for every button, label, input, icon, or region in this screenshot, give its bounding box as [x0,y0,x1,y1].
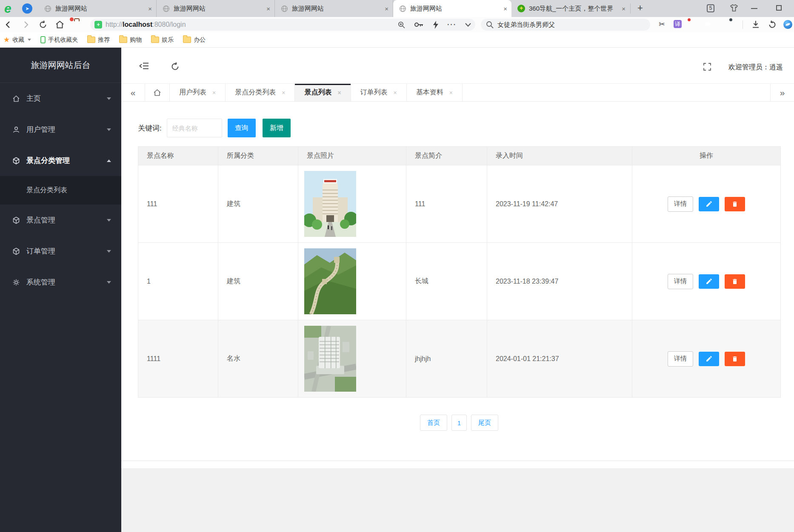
admin-main: 欢迎管理员：逍遥 « 用户列表× 景点分类列表× 景点列表× 订单列表× [121,48,794,532]
pagination: 首页 1 尾页 [138,415,780,431]
tab-separator [630,3,631,14]
browser-account-icon[interactable] [783,20,792,29]
close-tab-icon[interactable]: × [622,5,625,12]
col-created-time: 录入时间 [487,147,632,165]
sidebar-item-scenic-management[interactable]: 景点管理 [0,205,121,236]
refresh-page-icon[interactable] [170,62,180,71]
address-bar[interactable]: + http://localhost:8080/login ··· [90,19,475,31]
close-tab-icon[interactable]: × [503,5,507,12]
pagination-first-button[interactable]: 首页 [420,415,447,431]
browser-tab-title: 360导航_一个主页，整个世界 [529,5,619,13]
sidebar-item-home[interactable]: 主页 [0,83,121,114]
window-minimize-button[interactable] [751,8,757,9]
scroll-tabs-right-button[interactable]: » [770,84,794,101]
sidebar-item-scenic-category-management[interactable]: 景点分类管理 [0,145,121,176]
bookmark-folder-recommend[interactable]: 推荐 [87,36,110,44]
workspace-tab-category-list[interactable]: 景点分类列表× [226,84,295,101]
bookmark-folder-office[interactable]: 办公 [183,36,206,44]
edit-button[interactable] [699,197,719,211]
browser-tab-active[interactable]: 旅游网网站 × [393,0,511,17]
forward-button[interactable] [21,20,31,29]
favorites-star-icon: ★ [3,35,10,44]
password-key-icon[interactable] [414,21,424,28]
delete-button[interactable] [725,352,745,366]
browser-tab[interactable]: 旅游网网站 × [38,0,157,17]
site-safety-icon[interactable]: + [94,21,102,28]
browser-tab-title: 旅游网网站 [55,5,146,13]
theme-skin-icon[interactable] [729,4,739,12]
navigator-icon[interactable]: ➤ [22,3,32,14]
folder-icon [119,37,127,43]
scroll-tabs-left-button[interactable]: « [121,84,145,101]
url-text[interactable]: http://localhost:8080/login [106,21,393,28]
downloads-icon[interactable] [751,20,760,29]
close-icon[interactable]: × [212,89,216,96]
sidebar-item-user-management[interactable]: 用户管理 [0,114,121,145]
new-tab-button[interactable]: + [637,3,643,14]
browser-tab[interactable]: 旅游网网站 × [157,0,275,17]
more-options-icon[interactable]: ··· [447,21,457,28]
delete-button[interactable] [725,274,745,289]
home-icon [153,89,161,97]
globe-icon [163,5,170,12]
globe-icon [399,5,406,12]
home-button[interactable] [55,20,65,29]
close-tab-icon[interactable]: × [148,5,152,12]
browser-search-box[interactable]: 女徒弟当街杀男师父 [481,19,650,31]
window-maximize-button[interactable] [776,5,782,11]
bookmark-folder-shopping[interactable]: 购物 [119,36,142,44]
close-icon[interactable]: × [337,89,341,96]
page-background [121,468,794,532]
collapse-sidebar-icon[interactable] [139,62,149,70]
chevron-down-icon [107,281,111,284]
detail-button[interactable]: 详情 [668,351,693,367]
scenic-photo-great-wall [304,248,356,314]
search-hotword[interactable]: 女徒弟当街杀男师父 [497,21,555,29]
bookmark-folder-entertainment[interactable]: 娱乐 [151,36,174,44]
workspace-home-tab[interactable] [145,84,170,101]
bookmark-mobile-favorites[interactable]: 手机收藏夹 [40,36,78,44]
detail-button[interactable]: 详情 [668,196,693,212]
edit-button[interactable] [699,352,719,366]
close-icon[interactable]: × [394,89,397,96]
browser-tabbar: e ➤ 旅游网网站 × 旅游网网站 × 旅游网网站 × 旅游网网站 × [0,0,794,17]
close-tab-icon[interactable]: × [266,5,270,12]
refresh-button[interactable] [38,20,48,29]
phone-icon [40,36,46,43]
browser-tab[interactable]: + 360导航_一个主页，整个世界 × [511,0,630,17]
translate-icon[interactable]: 译 [674,20,682,28]
sidebar-item-order-management[interactable]: 订单管理 [0,236,121,267]
add-button[interactable]: 新增 [263,119,291,137]
search-button[interactable]: 查询 [228,119,256,137]
fullscreen-icon[interactable] [703,63,711,71]
delete-button[interactable] [725,197,745,211]
pagination-last-button[interactable]: 尾页 [471,415,498,431]
close-icon[interactable]: × [282,89,285,96]
close-icon[interactable]: × [449,89,453,96]
detail-button[interactable]: 详情 [668,274,693,289]
keyword-input[interactable] [167,119,222,137]
workspace-tabstrip: « 用户列表× 景点分类列表× 景点列表× 订单列表× 基本资料× [121,84,794,102]
dropdown-caret-icon[interactable] [465,23,471,27]
toolbar-divider [743,20,743,29]
workspace-tab-user-list[interactable]: 用户列表× [170,84,226,101]
sidebar-subitem-scenic-category-list[interactable]: 景点分类列表 [0,176,121,205]
screenshot-scissors-icon[interactable]: ✂ [659,20,665,29]
tab-count-badge[interactable]: 5 [707,4,714,12]
edit-button[interactable] [699,274,719,289]
pagination-page-1[interactable]: 1 [451,415,467,431]
back-button[interactable] [3,20,13,29]
restore-session-icon[interactable] [768,20,777,29]
zoom-page-icon[interactable] [397,21,406,29]
workspace-tab-basic-info[interactable]: 基本资料× [407,84,463,101]
360-nav-icon: + [517,5,525,12]
workspace-tab-order-list[interactable]: 订单列表× [351,84,407,101]
speed-lightning-icon[interactable] [433,21,439,29]
favorites-menu[interactable]: ★ 收藏 [3,35,31,44]
browser-tab[interactable]: 旅游网网站 × [275,0,393,17]
sidebar-item-system-management[interactable]: 系统管理 [0,267,121,298]
content-gap [121,461,794,468]
close-tab-icon[interactable]: × [385,5,388,12]
workspace-tab-scenic-list[interactable]: 景点列表× [295,84,351,101]
browser-360-logo-icon[interactable]: e [4,2,11,15]
